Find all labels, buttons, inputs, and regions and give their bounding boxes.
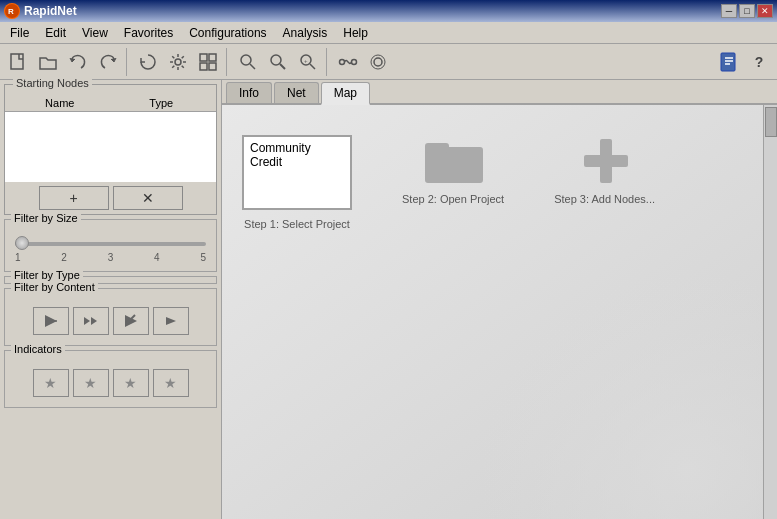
new-doc-button[interactable]	[4, 48, 32, 76]
menu-analysis[interactable]: Analysis	[275, 24, 336, 42]
grid-button[interactable]	[194, 48, 222, 76]
svg-line-13	[310, 64, 315, 69]
indicator-btn-1[interactable]: ★	[33, 369, 69, 397]
svg-point-3	[175, 59, 181, 65]
filter-size-ticks: 1 2 3 4 5	[11, 252, 210, 263]
svg-point-10	[271, 55, 281, 65]
steps-row: CommunityCredit Step 1: Select Project S…	[242, 125, 757, 230]
svg-marker-26	[91, 317, 97, 325]
starting-nodes-table-body	[5, 112, 216, 182]
search-button-1[interactable]	[234, 48, 262, 76]
menu-favorites[interactable]: Favorites	[116, 24, 181, 42]
help-question-button[interactable]: ?	[745, 48, 773, 76]
svg-point-15	[340, 59, 345, 64]
toolbar: + ?	[0, 44, 777, 80]
undo-button[interactable]	[64, 48, 92, 76]
app-logo: R	[4, 3, 20, 19]
svg-point-16	[352, 59, 357, 64]
close-button[interactable]: ✕	[757, 4, 773, 18]
network-button[interactable]	[364, 48, 392, 76]
indicator-btn-4[interactable]: ★	[153, 369, 189, 397]
svg-rect-19	[721, 53, 735, 71]
filter-content-label: Filter by Content	[11, 281, 98, 293]
step-2-label: Step 2: Open Project	[402, 193, 504, 205]
svg-marker-25	[84, 317, 90, 325]
main-area: Starting Nodes Name Type + ✕ Filter by S…	[0, 80, 777, 519]
content-btn-3[interactable]	[113, 307, 149, 335]
starting-nodes-buttons: + ✕	[5, 182, 216, 214]
toolbar-separator-3	[326, 48, 330, 76]
filter-type-label: Filter by Type	[11, 269, 83, 281]
vertical-scrollbar[interactable]	[763, 105, 777, 519]
config-button[interactable]	[164, 48, 192, 76]
search-button-2[interactable]	[264, 48, 292, 76]
svg-rect-2	[11, 54, 23, 69]
project-selector[interactable]: CommunityCredit	[242, 135, 352, 210]
help-book-button[interactable]	[715, 48, 743, 76]
tick-5: 5	[200, 252, 206, 263]
filter-size-label: Filter by Size	[11, 212, 81, 224]
right-panel: Info Net Map CommunityCredit Step 1: Sel…	[222, 80, 777, 519]
svg-marker-29	[166, 317, 176, 325]
path-button[interactable]	[334, 48, 362, 76]
left-panel: Starting Nodes Name Type + ✕ Filter by S…	[0, 80, 222, 519]
menu-edit[interactable]: Edit	[37, 24, 74, 42]
menu-configurations[interactable]: Configurations	[181, 24, 274, 42]
search-button-3[interactable]: +	[294, 48, 322, 76]
indicator-btn-3[interactable]: ★	[113, 369, 149, 397]
tab-map[interactable]: Map	[321, 82, 370, 105]
filter-size-slider-container: 1 2 3 4 5	[11, 234, 210, 265]
svg-point-18	[371, 55, 385, 69]
project-text: CommunityCredit	[250, 141, 311, 169]
tabs-bar: Info Net Map	[222, 80, 777, 105]
maximize-button[interactable]: □	[739, 4, 755, 18]
content-btn-2[interactable]	[73, 307, 109, 335]
content-btn-1[interactable]	[33, 307, 69, 335]
svg-rect-7	[209, 63, 216, 70]
tab-net[interactable]: Net	[274, 82, 319, 103]
redo-button[interactable]	[94, 48, 122, 76]
svg-rect-5	[209, 54, 216, 61]
indicators-buttons: ★ ★ ★ ★	[11, 365, 210, 401]
tab-info[interactable]: Info	[226, 82, 272, 103]
app-title: RapidNet	[24, 4, 77, 18]
toolbar-separator-1	[126, 48, 130, 76]
titlebar-buttons: ─ □ ✕	[721, 4, 773, 18]
tick-3: 3	[108, 252, 114, 263]
indicator-btn-2[interactable]: ★	[73, 369, 109, 397]
minimize-button[interactable]: ─	[721, 4, 737, 18]
titlebar: R RapidNet ─ □ ✕	[0, 0, 777, 22]
content-decoration	[477, 269, 777, 519]
remove-node-button[interactable]: ✕	[113, 186, 183, 210]
svg-point-8	[241, 55, 251, 65]
indicators-group: Indicators ★ ★ ★ ★	[4, 350, 217, 408]
indicators-label: Indicators	[11, 343, 65, 355]
refresh-button[interactable]	[134, 48, 162, 76]
menu-view[interactable]: View	[74, 24, 116, 42]
step-1-label: Step 1: Select Project	[244, 218, 350, 230]
starting-nodes-label: Starting Nodes	[13, 77, 92, 89]
add-nodes-icon[interactable]	[580, 135, 630, 185]
filter-size-group: Filter by Size 1 2 3 4 5	[4, 219, 217, 272]
content-btn-4[interactable]	[153, 307, 189, 335]
filter-size-thumb[interactable]	[15, 236, 29, 250]
menu-help[interactable]: Help	[335, 24, 376, 42]
filter-content-group: Filter by Content	[4, 288, 217, 346]
starting-nodes-header: Name Type	[5, 95, 216, 112]
menu-file[interactable]: File	[2, 24, 37, 42]
starting-nodes-group: Starting Nodes Name Type + ✕	[4, 84, 217, 215]
open-project-icon[interactable]	[423, 135, 483, 185]
svg-point-17	[374, 58, 382, 66]
col-name-header: Name	[9, 97, 111, 109]
svg-line-9	[250, 64, 255, 69]
titlebar-left: R RapidNet	[4, 3, 77, 19]
tick-4: 4	[154, 252, 160, 263]
filter-size-track	[15, 242, 206, 246]
col-type-header: Type	[111, 97, 213, 109]
content-area: CommunityCredit Step 1: Select Project S…	[222, 105, 777, 519]
svg-line-11	[280, 64, 285, 69]
menubar: File Edit View Favorites Configurations …	[0, 22, 777, 44]
open-folder-button[interactable]	[34, 48, 62, 76]
add-node-button[interactable]: +	[39, 186, 109, 210]
toolbar-separator-2	[226, 48, 230, 76]
